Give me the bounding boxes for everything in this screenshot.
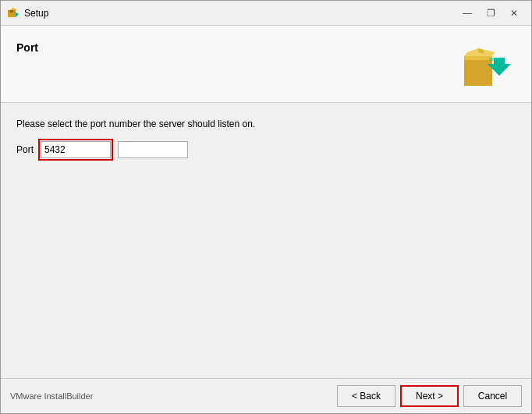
footer-section: VMware InstallBuilder < Back Next > Canc… — [1, 378, 531, 413]
next-button[interactable]: Next > — [400, 385, 459, 407]
setup-window: Setup — ❐ ✕ Port — [0, 0, 532, 414]
brand-label: VMware InstallBuilder — [10, 391, 93, 401]
package-icon — [456, 41, 512, 91]
close-button[interactable]: ✕ — [503, 5, 525, 22]
cancel-button[interactable]: Cancel — [463, 385, 522, 407]
svg-marker-10 — [489, 58, 505, 61]
description-text: Please select the port number the server… — [16, 119, 516, 129]
footer-buttons: < Back Next > Cancel — [337, 385, 522, 407]
port-input[interactable] — [41, 141, 111, 158]
svg-marker-4 — [464, 60, 492, 86]
port-row: Port — [16, 139, 516, 161]
minimize-button[interactable]: — — [456, 5, 478, 22]
svg-marker-2 — [9, 8, 17, 10]
window-icon — [7, 7, 20, 19]
content-area: Port — [1, 26, 531, 378]
main-section: Please select the port number the server… — [1, 103, 531, 378]
window-controls: — ❐ ✕ — [456, 5, 525, 22]
port-input-wrapper — [38, 139, 113, 161]
header-icon-area — [453, 38, 516, 93]
port-label: Port — [16, 144, 34, 155]
extra-input[interactable] — [118, 141, 188, 158]
page-title: Port — [16, 41, 38, 54]
title-bar: Setup — ❐ ✕ — [1, 1, 531, 26]
window-title: Setup — [24, 8, 456, 19]
svg-marker-6 — [464, 56, 492, 60]
maximize-button[interactable]: ❐ — [480, 5, 502, 22]
svg-rect-3 — [10, 10, 13, 12]
back-button[interactable]: < Back — [337, 385, 395, 407]
header-section: Port — [1, 26, 531, 103]
